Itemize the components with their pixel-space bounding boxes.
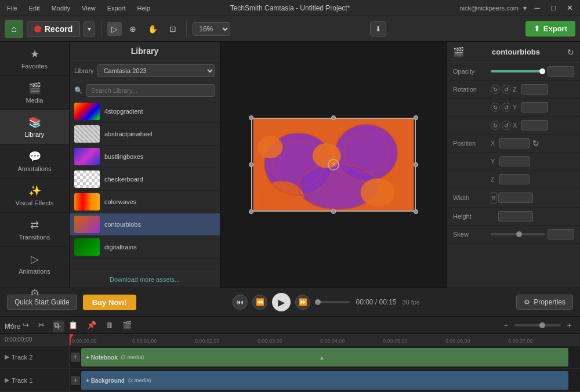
copy-button[interactable]: ⧉: [52, 320, 61, 331]
menu-export[interactable]: Export: [105, 3, 128, 13]
record-button[interactable]: Record: [27, 21, 80, 37]
library-selector-dropdown[interactable]: Camtasia 2023: [97, 64, 215, 77]
list-item[interactable]: checkerboard: [70, 168, 220, 191]
position-label: Position: [453, 140, 491, 147]
undo-button[interactable]: ↩: [5, 320, 16, 331]
cut-button[interactable]: ✂: [36, 320, 47, 331]
volume-scrubber[interactable]: [315, 301, 350, 303]
delete-button[interactable]: 🗑: [103, 320, 115, 331]
play-pause-button[interactable]: ▶: [272, 293, 291, 311]
skew-value-input[interactable]: 0: [548, 229, 574, 239]
handle-bot-center[interactable]: [331, 209, 336, 214]
track-clip-background[interactable]: + Background (3 media): [81, 371, 568, 390]
handle-mid-right[interactable]: [414, 162, 418, 167]
menu-help[interactable]: Help: [135, 3, 153, 13]
track-expand-icon[interactable]: ▶: [5, 353, 9, 361]
pos-x-value-input[interactable]: -4.4: [499, 138, 530, 148]
rot-x-value-input[interactable]: 0.0°: [521, 120, 548, 130]
menu-view[interactable]: View: [79, 3, 98, 13]
sidebar-item-transitions[interactable]: ⇄ Transitions: [0, 213, 69, 247]
menu-file[interactable]: File: [5, 3, 20, 13]
track-2-add-button[interactable]: +: [71, 353, 80, 362]
step-forward-button[interactable]: ⏩: [295, 295, 310, 310]
list-item[interactable]: 4stopgradient: [70, 100, 220, 123]
center-transform-handle[interactable]: ✕: [328, 159, 339, 170]
link-dimensions-icon[interactable]: ⛓: [491, 192, 496, 204]
rot-z-value-input[interactable]: 0.0°: [521, 84, 548, 95]
select-tool-button[interactable]: ▷: [107, 22, 122, 36]
quick-start-guide-button[interactable]: Quick Start Guide: [7, 295, 77, 310]
pos-y-value-input[interactable]: -6.3: [499, 156, 530, 166]
paste-special-button[interactable]: 📌: [85, 320, 99, 331]
track-clip-notebook[interactable]: + Notebook (7 media) ▲: [81, 348, 568, 366]
video-clip-button[interactable]: 🎬: [120, 320, 134, 331]
rot-y-value-input[interactable]: 0.0°: [521, 102, 548, 112]
width-value-input[interactable]: 1,920.0: [498, 193, 533, 203]
menu-modify[interactable]: Modify: [49, 3, 72, 13]
handle-bot-right[interactable]: [414, 209, 418, 214]
track-1-add-button[interactable]: +: [71, 376, 80, 385]
step-back-button[interactable]: ⏪: [252, 295, 267, 310]
opacity-value-input[interactable]: 100%: [548, 66, 574, 77]
position-row-y: Y -6.3: [447, 153, 580, 170]
rotate-x-cw-button[interactable]: ↻: [491, 121, 500, 130]
zoom-slider[interactable]: [514, 324, 561, 326]
rotate-y-cw-button[interactable]: ↻: [491, 103, 500, 112]
rotate-cw-button[interactable]: ↻: [491, 85, 500, 94]
record-dropdown-button[interactable]: ▾: [84, 21, 95, 37]
list-item[interactable]: colorwaves: [70, 191, 220, 213]
item-thumbnail: [74, 238, 100, 256]
height-value-input[interactable]: 1,080.0: [498, 211, 533, 222]
ruler-mark-2: 0:00:02;00: [195, 338, 220, 344]
close-button[interactable]: ✕: [564, 2, 575, 14]
handle-top-center[interactable]: [331, 115, 336, 120]
download-assets-link[interactable]: Download more assets...: [70, 271, 220, 288]
maximize-button[interactable]: □: [548, 2, 559, 14]
handle-top-right[interactable]: [414, 115, 418, 120]
pos-z-value-input[interactable]: 0.0: [499, 174, 530, 184]
handle-bot-left[interactable]: [249, 209, 253, 214]
crop-rotate-tool-button[interactable]: ⊕: [125, 22, 140, 36]
zoom-out-button[interactable]: －: [500, 319, 512, 332]
refresh-button[interactable]: ↻: [567, 48, 574, 57]
track-1-expand-icon[interactable]: ▶: [5, 376, 9, 384]
export-button[interactable]: ⬆ Export: [525, 21, 575, 37]
clip-bg-media: (3 media): [128, 378, 151, 383]
redo-button[interactable]: ↪: [20, 320, 31, 331]
search-input[interactable]: [86, 84, 215, 97]
rotate-x-ccw-button[interactable]: ↺: [502, 121, 511, 130]
transform-tool-button[interactable]: ⊡: [165, 22, 180, 36]
zoom-level-select[interactable]: 16% 25% 50% 100%: [193, 22, 230, 36]
list-item[interactable]: bustlingboxes: [70, 146, 220, 168]
go-to-start-button[interactable]: ⏮: [233, 295, 248, 310]
properties-button[interactable]: ⚙ Properties: [516, 295, 573, 310]
props-tab-icon[interactable]: 🎬: [453, 46, 465, 57]
download-button[interactable]: ⬇: [370, 21, 386, 37]
handle-top-left[interactable]: [249, 115, 253, 120]
sidebar-item-visual-effects[interactable]: ✨ Visual Effects: [0, 179, 69, 213]
pos-x-reset-button[interactable]: ↻: [531, 139, 541, 148]
rotate-y-ccw-button[interactable]: ↺: [502, 103, 511, 112]
paste-button[interactable]: 📋: [66, 320, 80, 331]
user-dropdown-icon[interactable]: ▾: [523, 4, 527, 12]
list-item[interactable]: digitaltrains: [70, 236, 220, 259]
skew-slider[interactable]: [491, 233, 545, 235]
sidebar-item-favorites[interactable]: ★ Favorites: [0, 42, 69, 76]
sidebar-item-animations[interactable]: ▷ Animations: [0, 247, 69, 281]
handle-mid-left[interactable]: [249, 162, 253, 167]
home-button[interactable]: ⌂: [5, 20, 23, 38]
sidebar-item-media[interactable]: 🎬 Media: [0, 76, 69, 110]
rotate-ccw-button[interactable]: ↺: [502, 85, 511, 94]
sidebar-item-annotations[interactable]: 💬 Annotations: [0, 144, 69, 179]
list-item[interactable]: contourblobs: [70, 213, 220, 236]
opacity-slider[interactable]: [491, 70, 545, 72]
list-item[interactable]: abstractpinwheel: [70, 123, 220, 146]
position-y-control: Y -6.3: [491, 156, 574, 166]
minimize-button[interactable]: ─: [531, 2, 543, 14]
buy-now-button[interactable]: Buy Now!: [83, 295, 136, 310]
pan-tool-button[interactable]: ✋: [144, 22, 162, 36]
sidebar-item-library[interactable]: 📚 Library: [0, 110, 69, 144]
zoom-in-button[interactable]: ＋: [563, 319, 575, 332]
menu-edit[interactable]: Edit: [27, 3, 42, 13]
pos-y-axis-label: Y: [491, 158, 498, 165]
